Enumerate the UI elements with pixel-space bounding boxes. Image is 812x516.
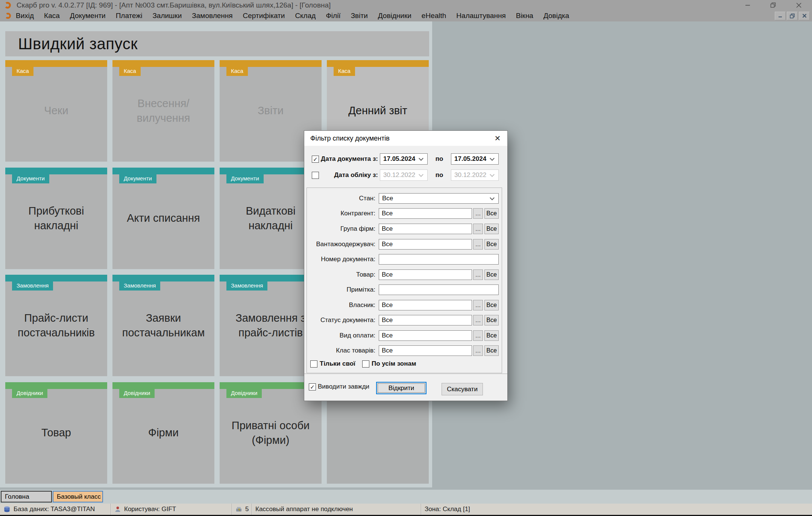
minimize-icon[interactable] bbox=[745, 2, 751, 8]
close-icon[interactable] bbox=[796, 2, 802, 8]
vyd-oplaty-label: Вид оплати: bbox=[308, 332, 379, 339]
status-dokumenta-all-button[interactable]: Все bbox=[484, 315, 499, 325]
tile-prais-lysty-postachalnykiv[interactable]: Замовлення Прайс-листи постачальників bbox=[5, 275, 107, 376]
window-title: Скарб pro v. 4.0.2.77 [ІД: 969] - [Апт №… bbox=[17, 1, 331, 9]
tab-bazovyi-klass[interactable]: Базовый класс bbox=[53, 491, 103, 502]
menu-item-ehealth[interactable]: eHealth bbox=[422, 12, 446, 20]
cancel-button[interactable]: Скасувати bbox=[442, 383, 483, 395]
date-accounting-to-combo[interactable]: 30.12.2022 bbox=[451, 169, 499, 181]
klas-tovariv-input[interactable] bbox=[379, 345, 472, 356]
vlasnyk-input[interactable] bbox=[379, 300, 472, 310]
menu-item-dovidnyky[interactable]: Довідники bbox=[378, 12, 411, 20]
chevron-down-icon bbox=[490, 195, 495, 200]
tile-label: Товар bbox=[5, 382, 107, 484]
prymitka-input[interactable] bbox=[379, 284, 499, 295]
status-dokumenta-input[interactable] bbox=[379, 315, 472, 325]
tile-cheky[interactable]: Каса Чеки bbox=[5, 60, 107, 162]
tile-firmy[interactable]: Довідники Фірми bbox=[112, 382, 214, 484]
menu-item-zamovlennya[interactable]: Замовлення bbox=[192, 12, 232, 20]
menu-item-filii[interactable]: Філії bbox=[326, 12, 340, 20]
menu-item-vyhid[interactable]: Вихід bbox=[16, 12, 34, 20]
only-own-checkbox[interactable] bbox=[310, 360, 317, 368]
tile-prybutkovi-nakladni[interactable]: Документи Прибуткові накладні bbox=[5, 168, 107, 269]
status-dokumenta-browse-button[interactable]: … bbox=[473, 315, 483, 325]
tile-vnesennya-vyluchennya[interactable]: Каса Внесення/вилучення bbox=[112, 60, 214, 162]
nomer-dokumenta-label: Номер документа: bbox=[308, 256, 379, 263]
database-icon bbox=[3, 506, 11, 513]
date-accounting-checkbox[interactable] bbox=[312, 172, 319, 179]
app-window: Скарб pro v. 4.0.2.77 [ІД: 969] - [Апт №… bbox=[0, 0, 812, 516]
prymitka-label: Примітка: bbox=[308, 286, 379, 294]
mdi-area: Швидкий запуск Каса Чеки Каса Внесення/в… bbox=[0, 21, 812, 490]
vlasnyk-browse-button[interactable]: … bbox=[473, 300, 483, 310]
all-zones-checkbox[interactable] bbox=[362, 360, 369, 368]
chevron-down-icon bbox=[419, 156, 423, 161]
mdi-close-icon[interactable] bbox=[799, 12, 810, 20]
menu-item-vikna[interactable]: Вікна bbox=[516, 12, 533, 20]
menu-bar: Вихід Каса Документи Платежі Залишки Зам… bbox=[0, 10, 812, 21]
bottom-tab-strip: Головна Базовый класс bbox=[0, 490, 812, 504]
po-label: по bbox=[428, 171, 451, 179]
menu-item-kasa[interactable]: Каса bbox=[44, 12, 60, 20]
kontragent-label: Контрагент: bbox=[308, 210, 379, 217]
menu-item-dovidka[interactable]: Довідка bbox=[543, 12, 569, 20]
chevron-down-icon bbox=[490, 156, 495, 161]
kontragent-browse-button[interactable]: … bbox=[473, 208, 483, 219]
grupa-firm-all-button[interactable]: Все bbox=[484, 224, 499, 234]
vyd-oplaty-browse-button[interactable]: … bbox=[473, 330, 483, 341]
open-button[interactable]: Відкрити bbox=[376, 382, 426, 394]
dialog-title-bar[interactable]: Фільтр списку документів ✕ bbox=[304, 131, 507, 146]
klas-tovariv-all-button[interactable]: Все bbox=[484, 345, 499, 356]
tovar-label: Товар: bbox=[308, 271, 379, 278]
mdi-minimize-icon[interactable] bbox=[775, 12, 786, 20]
date-accounting-from-combo[interactable]: 30.12.2022 bbox=[380, 169, 428, 181]
tile-label: Прибуткові накладні bbox=[5, 168, 107, 269]
menu-item-platezhi[interactable]: Платежі bbox=[116, 12, 143, 20]
kontragent-input[interactable] bbox=[379, 208, 472, 219]
vantazhooderzhuvach-browse-button[interactable]: … bbox=[473, 239, 483, 250]
date-document-checkbox[interactable]: ✓ bbox=[312, 156, 319, 163]
vantazhooderzhuvach-all-button[interactable]: Все bbox=[484, 239, 499, 250]
tile-akty-spysannya[interactable]: Документи Акти списання bbox=[112, 168, 214, 269]
stan-combo[interactable]: Все bbox=[379, 193, 499, 204]
tile-label: Прайс-листи постачальників bbox=[5, 275, 107, 376]
vantazhooderzhuvach-input[interactable] bbox=[379, 239, 472, 250]
grupa-firm-label: Група фірм: bbox=[308, 225, 379, 233]
always-show-checkbox[interactable]: ✓ bbox=[309, 383, 316, 390]
menu-item-zvity[interactable]: Звіти bbox=[351, 12, 368, 20]
vyd-oplaty-input[interactable] bbox=[379, 330, 472, 341]
menu-item-sertyfikaty[interactable]: Сертифікати bbox=[243, 12, 285, 20]
only-own-label: Тільки свої bbox=[320, 360, 355, 368]
tile-zaiavky-postachalnykam[interactable]: Замовлення Заявки постачальникам bbox=[112, 275, 214, 376]
chevron-down-icon bbox=[490, 172, 495, 177]
date-document-to-combo[interactable]: 17.05.2024 bbox=[451, 153, 499, 165]
page-title: Швидкий запуск bbox=[18, 35, 138, 53]
status-zone-cell: Зона: Склад [1] bbox=[421, 504, 812, 515]
menu-item-sklad[interactable]: Склад bbox=[295, 12, 316, 20]
tovar-browse-button[interactable]: … bbox=[473, 269, 483, 280]
tab-holovna[interactable]: Головна bbox=[1, 491, 52, 502]
menu-items: Вихід Каса Документи Платежі Залишки Зам… bbox=[16, 12, 569, 20]
menu-item-zalyshky[interactable]: Залишки bbox=[152, 12, 182, 20]
restore-icon[interactable] bbox=[770, 2, 776, 8]
nomer-dokumenta-input[interactable] bbox=[379, 254, 499, 265]
dialog-close-icon[interactable]: ✕ bbox=[492, 133, 503, 144]
menu-item-dokumenty[interactable]: Документи bbox=[70, 12, 106, 20]
tile-label: Чеки bbox=[5, 60, 107, 162]
kontragent-all-button[interactable]: Все bbox=[484, 208, 499, 219]
mdi-restore-icon[interactable] bbox=[787, 12, 798, 20]
tovar-input[interactable] bbox=[379, 269, 472, 280]
tile-tovar[interactable]: Довідники Товар bbox=[5, 382, 107, 484]
grupa-firm-browse-button[interactable]: … bbox=[473, 224, 483, 234]
menu-item-nalashtuvannya[interactable]: Налаштування bbox=[456, 12, 505, 20]
vyd-oplaty-all-button[interactable]: Все bbox=[484, 330, 499, 341]
tovar-all-button[interactable]: Все bbox=[484, 269, 499, 280]
tile-label: Акти списання bbox=[112, 168, 214, 269]
grupa-firm-input[interactable] bbox=[379, 224, 472, 234]
user-icon bbox=[114, 506, 121, 513]
vlasnyk-all-button[interactable]: Все bbox=[484, 300, 499, 310]
date-document-from-combo[interactable]: 17.05.2024 bbox=[380, 153, 428, 165]
cash-machine-icon bbox=[235, 506, 242, 513]
always-show-label: Виводити завжди bbox=[318, 383, 369, 390]
klas-tovariv-browse-button[interactable]: … bbox=[473, 345, 483, 356]
